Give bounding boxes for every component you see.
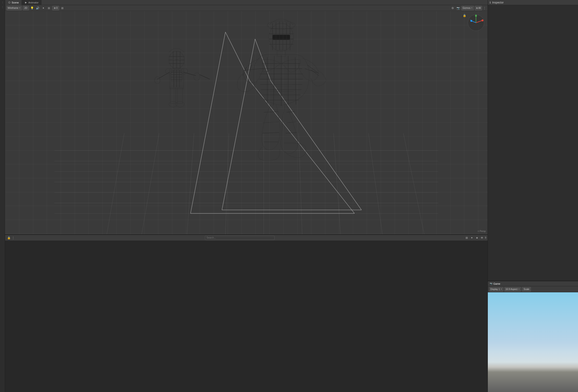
bottom-toolbar-right: ⊞ ✦ ★ 👁 9 <box>464 236 486 240</box>
gizmos-dropdown[interactable]: Gizmos ▼ <box>461 6 474 10</box>
gizmos-label: Gizmos <box>463 7 470 9</box>
svg-point-39 <box>181 68 188 74</box>
game-panel: 📷 Game Display 1 ▼ 16:9 Aspect ▼ Scale <box>488 281 578 392</box>
svg-line-16 <box>191 32 225 213</box>
2d-toggle[interactable]: 2D <box>23 6 29 10</box>
svg-line-92 <box>264 111 279 112</box>
toolbar-right: ⚙ 📷 Gizmos ▼ ⊕ All ⋮ <box>450 6 486 10</box>
aspect-label: 16:9 Aspect <box>505 288 518 291</box>
svg-line-19 <box>250 81 354 213</box>
audio-icon-btn[interactable]: 🔊 <box>36 6 40 10</box>
scale-label: Scale <box>524 288 529 291</box>
bottom-lock-icon[interactable]: 🔒 <box>6 236 11 240</box>
left-sidebar: ⋮ ⋮ <box>0 0 5 392</box>
2d-label: 2D <box>24 7 27 9</box>
svg-point-27 <box>155 77 160 84</box>
svg-line-30 <box>200 75 210 79</box>
overlay-icon-btn[interactable]: ⊞ <box>47 6 51 10</box>
scene-toolbar: Wireframe ▼ 2D 💡 🔊 ✦ ⊞ ⊕ 0 ⊞ ⚙ 📷 G <box>5 5 487 11</box>
viewport-lock-icon[interactable]: 🔒 <box>463 14 466 17</box>
game-viewport <box>488 292 578 392</box>
sidebar-icon-2[interactable]: ⋮ <box>0 5 5 9</box>
inspector-header: ℹ Inspector <box>488 0 578 5</box>
scene-tab-icon: ⬡ <box>8 1 11 4</box>
svg-rect-31 <box>170 88 176 104</box>
layer-number: 0 <box>56 7 58 9</box>
scene-camera-icon[interactable]: 📷 <box>456 6 460 10</box>
svg-line-93 <box>263 122 279 123</box>
bottom-toolbar-left: 🔒 ⋮ <box>6 236 15 240</box>
bottom-count: 9 <box>485 237 486 239</box>
fx-icon-btn[interactable]: ✦ <box>41 6 46 10</box>
bottom-panel: 🔒 ⋮ ⊞ ✦ ★ 👁 9 <box>5 234 487 392</box>
svg-point-105 <box>482 19 483 21</box>
scene-search-icon[interactable]: ⚙ <box>450 6 455 10</box>
bottom-icon-2[interactable]: ✦ <box>470 236 474 240</box>
game-camera-icon: 📷 <box>490 282 492 285</box>
gizmos-arrow: ▼ <box>471 7 473 9</box>
svg-point-58 <box>267 21 295 29</box>
game-tab-label[interactable]: Game <box>493 282 500 285</box>
svg-line-97 <box>287 122 296 123</box>
bottom-content <box>5 241 487 392</box>
scene-svg <box>5 11 487 234</box>
scene-tab-bar: ⬡ Scene ▶ Animator <box>5 0 487 5</box>
bottom-toolbar: 🔒 ⋮ ⊞ ✦ ★ 👁 9 <box>5 235 487 241</box>
svg-line-7 <box>107 133 124 234</box>
tab-scene[interactable]: ⬡ Scene <box>5 0 22 5</box>
bottom-icon-4[interactable]: 👁 <box>480 236 484 240</box>
svg-line-26 <box>157 72 170 79</box>
animator-tab-icon: ▶ <box>25 1 27 4</box>
aspect-arrow: ▼ <box>518 288 520 290</box>
scene-extra-icon[interactable]: ⊞ <box>60 6 65 10</box>
game-toolbar: Display 1 ▼ 16:9 Aspect ▼ Scale <box>488 286 578 292</box>
all-icon: ⊕ <box>476 7 478 9</box>
svg-point-29 <box>193 73 200 80</box>
bottom-more-icon[interactable]: ⋮ <box>12 236 15 240</box>
view-mode-dropdown[interactable]: Wireframe ▼ <box>6 6 22 10</box>
persp-label: < Persp <box>478 230 486 233</box>
svg-line-20 <box>222 39 255 210</box>
view-mode-arrow: ▼ <box>19 7 21 9</box>
bottom-icon-1[interactable]: ⊞ <box>464 236 469 240</box>
svg-line-12 <box>299 133 302 234</box>
svg-line-96 <box>287 111 295 112</box>
svg-line-88 <box>243 69 260 70</box>
view-mode-label: Wireframe <box>8 7 18 9</box>
svg-rect-32 <box>177 88 183 104</box>
svg-line-75 <box>295 57 296 105</box>
inspector-content <box>488 5 578 281</box>
right-panel: ℹ Inspector 📷 Game Display 1 ▼ 16:9 Aspe… <box>487 0 578 392</box>
display-arrow: ▼ <box>500 288 502 290</box>
layer-badge[interactable]: ⊕ 0 <box>52 6 59 10</box>
animator-tab-label: Animator <box>28 1 39 4</box>
bottom-icon-3[interactable]: ★ <box>475 236 479 240</box>
scene-more-icon[interactable]: ⋮ <box>483 6 486 10</box>
bottom-search-input[interactable] <box>205 236 275 240</box>
svg-line-17 <box>225 32 250 81</box>
svg-point-38 <box>165 68 172 74</box>
game-tab-bar: 📷 Game <box>488 281 578 286</box>
aspect-dropdown[interactable]: 16:9 Aspect ▼ <box>504 287 521 292</box>
svg-line-13 <box>334 133 340 234</box>
all-label: All <box>478 7 481 9</box>
lighting-icon-btn[interactable]: 💡 <box>30 6 35 10</box>
all-dropdown[interactable]: ⊕ All <box>475 6 482 10</box>
svg-text:y: y <box>476 14 477 15</box>
scene-tab-label: Scene <box>12 1 19 4</box>
scene-viewport: y z 🔒 < Persp <box>5 11 487 234</box>
viewport-gizmo[interactable]: y z <box>467 13 485 32</box>
svg-line-91 <box>305 69 319 73</box>
svg-line-14 <box>368 133 382 234</box>
inspector-icon: ℹ <box>490 1 491 4</box>
tab-animator[interactable]: ▶ Animator <box>22 0 42 5</box>
svg-line-94 <box>262 133 279 133</box>
svg-line-15 <box>403 133 424 234</box>
svg-line-8 <box>142 133 159 234</box>
display-dropdown[interactable]: Display 1 ▼ <box>489 287 503 292</box>
svg-line-23 <box>271 81 361 210</box>
layer-icon: ⊕ <box>54 7 56 9</box>
scale-btn[interactable]: Scale <box>522 287 531 292</box>
svg-line-9 <box>187 133 194 234</box>
sidebar-top-icon[interactable]: ⋮ <box>0 0 5 5</box>
